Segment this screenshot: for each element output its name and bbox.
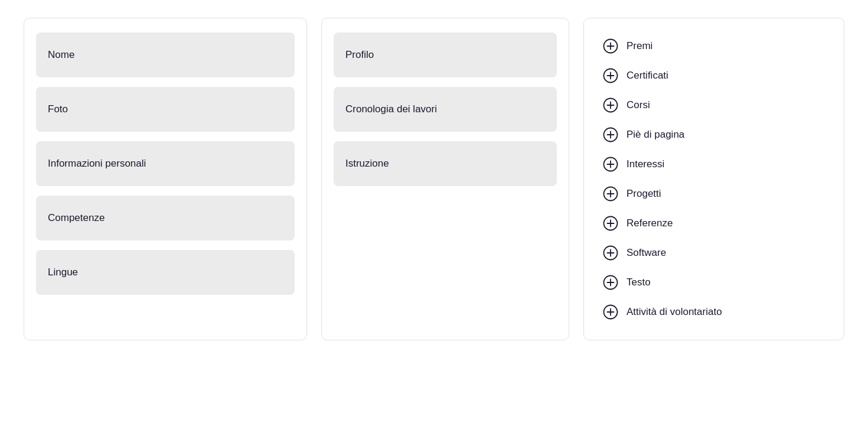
right-add-item[interactable]: Interessi <box>601 151 827 178</box>
right-add-item[interactable]: Referenze <box>601 210 827 237</box>
add-item-label: Certificati <box>626 70 668 82</box>
add-circle-icon <box>603 68 618 83</box>
left-section-item[interactable]: Informazioni personali <box>36 141 295 186</box>
add-item-label: Piè di pagina <box>626 129 684 141</box>
add-circle-icon <box>603 245 618 261</box>
add-item-label: Software <box>626 247 666 259</box>
middle-section-item[interactable]: Profilo <box>334 32 557 77</box>
add-circle-icon <box>603 38 618 54</box>
add-item-label: Corsi <box>626 99 650 111</box>
left-section-item[interactable]: Nome <box>36 32 295 77</box>
left-section-item[interactable]: Competenze <box>36 196 295 240</box>
right-add-item[interactable]: Piè di pagina <box>601 121 827 148</box>
add-circle-icon <box>603 275 618 290</box>
middle-section-item[interactable]: Istruzione <box>334 141 557 186</box>
right-add-item[interactable]: Testo <box>601 269 827 296</box>
add-item-label: Premi <box>626 40 652 52</box>
add-circle-icon <box>603 186 618 202</box>
add-item-label: Referenze <box>626 217 673 229</box>
add-item-label: Progetti <box>626 188 661 200</box>
right-add-item[interactable]: Certificati <box>601 62 827 89</box>
right-add-item[interactable]: Corsi <box>601 92 827 119</box>
add-circle-icon <box>603 157 618 172</box>
middle-section-item[interactable]: Cronologia dei lavori <box>334 87 557 132</box>
add-circle-icon <box>603 98 618 113</box>
add-circle-icon <box>603 216 618 231</box>
right-add-item[interactable]: Attività di volontariato <box>601 298 827 326</box>
right-add-item[interactable]: Premi <box>601 32 827 60</box>
add-item-label: Testo <box>626 277 651 288</box>
add-item-label: Attività di volontariato <box>626 306 722 318</box>
right-add-item[interactable]: Progetti <box>601 180 827 207</box>
left-section-item[interactable]: Lingue <box>36 250 295 295</box>
add-circle-icon <box>603 127 618 142</box>
middle-panel: ProfiloCronologia dei lavoriIstruzione <box>321 18 569 340</box>
add-item-label: Interessi <box>626 158 664 170</box>
left-panel: NomeFotoInformazioni personaliCompetenze… <box>24 18 307 340</box>
right-add-item[interactable]: Software <box>601 239 827 266</box>
add-circle-icon <box>603 304 618 320</box>
page-layout: NomeFotoInformazioni personaliCompetenze… <box>24 18 844 340</box>
left-section-item[interactable]: Foto <box>36 87 295 132</box>
right-panel: PremiCertificatiCorsiPiè di paginaIntere… <box>583 18 844 340</box>
